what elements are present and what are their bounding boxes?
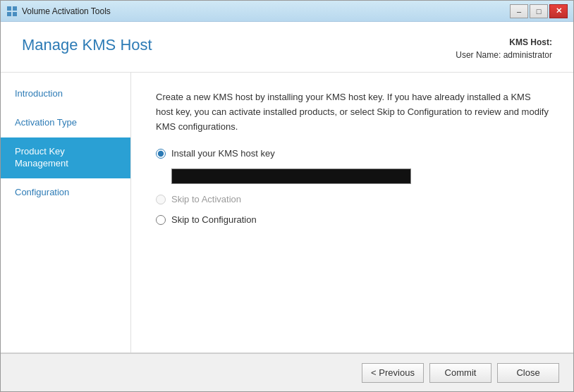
maximize-button[interactable]: □ xyxy=(530,4,548,18)
sidebar-item-product-key-label: Product Key Management xyxy=(15,146,68,169)
skip-configuration-text: Skip to Configuration xyxy=(171,214,257,225)
main-window: Volume Activation Tools – □ ✕ Manage KMS… xyxy=(0,0,574,392)
kms-host-label: KMS Host: xyxy=(456,36,552,49)
svg-rect-3 xyxy=(13,12,17,16)
install-key-label[interactable]: Install your KMS host key xyxy=(156,148,549,159)
option-install-key: Install your KMS host key xyxy=(156,148,549,184)
option-skip-activation: Skip to Activation xyxy=(156,194,549,204)
svg-rect-2 xyxy=(7,12,11,16)
sidebar-item-introduction-label: Introduction xyxy=(15,88,63,99)
skip-activation-radio xyxy=(156,195,166,204)
page-title: Manage KMS Host xyxy=(22,36,152,54)
main-content: Create a new KMS host by installing your… xyxy=(131,73,573,353)
commit-button[interactable]: Commit xyxy=(429,363,491,383)
install-key-text: Install your KMS host key xyxy=(171,148,275,159)
install-key-radio[interactable] xyxy=(156,149,166,159)
sidebar: Introduction Activation Type Product Key… xyxy=(1,73,131,353)
main-body: Introduction Activation Type Product Key… xyxy=(1,73,573,353)
title-bar: Volume Activation Tools – □ ✕ xyxy=(1,1,573,22)
sidebar-item-activation-type[interactable]: Activation Type xyxy=(1,109,130,137)
sidebar-item-configuration-label: Configuration xyxy=(15,187,69,197)
svg-rect-0 xyxy=(7,6,11,11)
close-window-button[interactable]: ✕ xyxy=(549,4,568,18)
sidebar-item-introduction[interactable]: Introduction xyxy=(1,80,130,109)
skip-activation-text: Skip to Activation xyxy=(171,194,241,204)
option-skip-configuration: Skip to Configuration xyxy=(156,214,549,225)
skip-activation-label: Skip to Activation xyxy=(156,194,549,204)
kms-user-value: User Name: administrator xyxy=(456,49,552,61)
svg-rect-1 xyxy=(13,6,17,11)
description-text: Create a new KMS host by installing your… xyxy=(156,90,549,134)
previous-button[interactable]: < Previous xyxy=(362,363,424,383)
minimize-button[interactable]: – xyxy=(510,4,528,18)
title-bar-controls: – □ ✕ xyxy=(510,4,568,18)
content-area: Manage KMS Host KMS Host: User Name: adm… xyxy=(1,22,573,353)
window-title: Volume Activation Tools xyxy=(22,6,111,16)
footer: < Previous Commit Close xyxy=(1,353,573,391)
close-button[interactable]: Close xyxy=(497,363,559,383)
kms-host-label-text: KMS Host: xyxy=(509,37,552,47)
skip-configuration-radio[interactable] xyxy=(156,215,166,225)
radio-group: Install your KMS host key Skip to Activa… xyxy=(156,148,549,225)
sidebar-item-configuration[interactable]: Configuration xyxy=(1,178,130,207)
title-bar-left: Volume Activation Tools xyxy=(6,6,111,17)
sidebar-item-activation-type-label: Activation Type xyxy=(15,117,77,128)
header: Manage KMS Host KMS Host: User Name: adm… xyxy=(1,22,573,73)
app-icon xyxy=(6,6,18,17)
sidebar-item-product-key-management[interactable]: Product Key Management xyxy=(1,137,130,178)
key-input-redacted xyxy=(171,169,411,184)
skip-configuration-label[interactable]: Skip to Configuration xyxy=(156,214,549,225)
kms-info: KMS Host: User Name: administrator xyxy=(456,36,552,61)
